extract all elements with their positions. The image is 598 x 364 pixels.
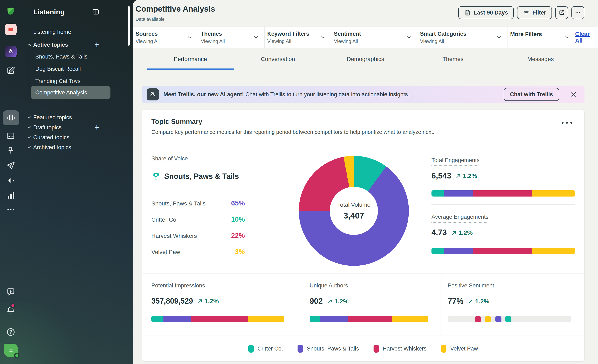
card-title: Topic Summary [151, 118, 202, 126]
share-of-voice-donut-chart: Total Volume 3,407 [299, 156, 409, 266]
unique-authors-label: Unique Authors [310, 283, 348, 291]
sidebar-item-topic[interactable]: Trending Cat Toys [35, 76, 81, 86]
listening-nav-panel: Listening Listening home Active topics +… [22, 0, 133, 364]
tab-demographics[interactable]: Demographics [322, 48, 409, 70]
chat-with-trellis-button[interactable]: Chat with Trellis [504, 88, 559, 101]
sidebar-section-active-topics[interactable]: Active topics + [22, 40, 133, 50]
bar-segment-harvest-whiskers [348, 316, 392, 322]
trend-up-icon [468, 299, 473, 304]
filter-sentiment[interactable]: SentimentViewing All [331, 27, 417, 48]
sidebar-section-draft-topics[interactable]: Draft topics + [22, 122, 133, 133]
notifications-bell-icon[interactable] [5, 304, 17, 316]
filter-lines-icon [523, 9, 530, 16]
filter-smart-categories[interactable]: Smart CategoriesViewing All [417, 27, 507, 48]
more-options-button[interactable] [571, 6, 584, 19]
trend-indicator: 1.2% [327, 298, 349, 305]
trend-up-icon [198, 299, 203, 304]
chevron-up-icon [27, 42, 32, 48]
listening-nav-icon[interactable] [3, 110, 19, 125]
potential-impressions-block: Potential Impressions 357,809,529 1.2% [142, 274, 297, 336]
compose-icon[interactable] [5, 65, 17, 76]
bar-segment-velvet-paw [532, 248, 575, 254]
bar-segment-snouts-paws-tails [444, 248, 473, 254]
sidebar-item-topic[interactable]: Snouts, Paws & Tails [35, 52, 88, 61]
ellipsis-icon [574, 9, 581, 16]
sidebar-title: Listening [33, 8, 65, 16]
filter-keyword-filters[interactable]: Keyword FiltersViewing All [265, 27, 331, 48]
sidebar-item-topic[interactable]: Dog Biscuit Recall [35, 64, 81, 74]
more-apps-icon[interactable] [5, 204, 17, 215]
positive-sentiment-block: Positive Sentiment 77% 1.2% [441, 274, 584, 336]
trend-up-icon [327, 299, 333, 304]
add-draft-topic-icon[interactable]: + [94, 125, 100, 130]
inbox-icon[interactable] [5, 130, 17, 142]
legend-item: Snouts, Paws & Tails [298, 345, 359, 353]
bar-segment-critter-co- [151, 316, 163, 322]
date-range-button[interactable]: Last 90 Days [458, 6, 514, 19]
unique-authors-distribution-bar [310, 316, 428, 322]
bar-segment-harvest-whiskers [473, 248, 532, 254]
publish-icon[interactable] [5, 160, 17, 171]
clear-all-link[interactable]: Clear All [575, 31, 590, 44]
user-avatar[interactable] [4, 344, 18, 357]
bar-segment-snouts-paws-tails [320, 316, 348, 322]
page-title: Competitive Analysis [136, 5, 215, 14]
tab-messages[interactable]: Messages [497, 48, 584, 70]
assistant-app-icon[interactable] [5, 46, 17, 57]
legend-swatch [298, 345, 303, 353]
chevron-down-icon [320, 34, 326, 40]
chart-legend: Critter Co. Snouts, Paws & Tails Harvest… [142, 336, 584, 362]
feedback-icon[interactable] [5, 286, 17, 298]
filter-button[interactable]: Filter [517, 6, 552, 19]
collapse-sidebar-icon[interactable] [92, 8, 99, 15]
bar-segment-harvest-whiskers [473, 190, 532, 196]
legend-swatch [248, 345, 254, 353]
filter-themes[interactable]: ThemesViewing All [198, 27, 265, 48]
report-tabs: Performance Conversation Demographics Th… [133, 48, 598, 70]
sidebar-section-featured-topics[interactable]: Featured topics [22, 112, 133, 123]
share-row: Velvet Paw 3% [151, 248, 245, 264]
close-icon[interactable] [570, 91, 577, 98]
bar-segment-harvest-whiskers [191, 316, 248, 322]
listening-small-icon[interactable] [5, 175, 17, 186]
bar-segment-velvet-paw [248, 316, 284, 322]
sentiment-marker-harvest-whiskers [475, 316, 481, 322]
trellis-banner: Meet Trellis, our new AI agent! Chat wit… [142, 86, 584, 103]
reports-icon[interactable] [5, 190, 17, 201]
app-screen: Listening Listening home Active topics +… [0, 0, 598, 364]
export-button[interactable] [555, 6, 568, 19]
trend-indicator: 1.2% [456, 172, 477, 179]
potential-impressions-distribution-bar [151, 316, 284, 322]
card-menu-icon[interactable] [562, 122, 572, 124]
add-topic-icon[interactable]: + [94, 42, 100, 48]
filter-sources[interactable]: SourcesViewing All [133, 27, 198, 48]
sidebar-section-archived-topics[interactable]: Archived topics [22, 142, 133, 153]
filter-more-filters[interactable]: More Filters [507, 27, 575, 48]
help-icon[interactable] [5, 326, 17, 338]
share-row: Critter Co. 10% [151, 215, 245, 232]
trend-up-icon [451, 230, 457, 235]
sprout-logo-icon[interactable] [5, 5, 17, 17]
folder-app-icon[interactable] [5, 24, 17, 35]
share-row: Harvest Whiskers 22% [151, 232, 245, 248]
sidebar-section-curated-topics[interactable]: Curated topics [22, 132, 133, 143]
legend-item: Critter Co. [248, 345, 283, 353]
sidebar-item-topic-selected[interactable]: Competitive Analysis [31, 86, 110, 99]
bar-segment-critter-co- [432, 190, 444, 196]
online-status-dot [14, 353, 19, 358]
chevron-down-icon [253, 34, 259, 40]
chevron-down-icon [496, 34, 502, 40]
sidebar-item-listening-home[interactable]: Listening home [22, 27, 133, 37]
tab-themes[interactable]: Themes [409, 48, 497, 70]
average-engagements-block: Average Engagements 4.73 1.2% [432, 205, 575, 254]
pin-icon[interactable] [5, 145, 17, 156]
tab-performance[interactable]: Performance [147, 48, 234, 70]
total-engagements-block: Total Engagements 6,543 1.2% [432, 143, 575, 205]
sidebar: Listening Listening home Active topics +… [0, 0, 133, 364]
bar-segment-critter-co- [432, 248, 444, 254]
tab-conversation[interactable]: Conversation [234, 48, 322, 70]
bar-segment-snouts-paws-tails [163, 316, 191, 322]
trophy-icon [151, 172, 160, 181]
positive-sentiment-scale [448, 316, 571, 322]
topic-summary-card: Topic Summary Compare key performance me… [142, 110, 584, 362]
